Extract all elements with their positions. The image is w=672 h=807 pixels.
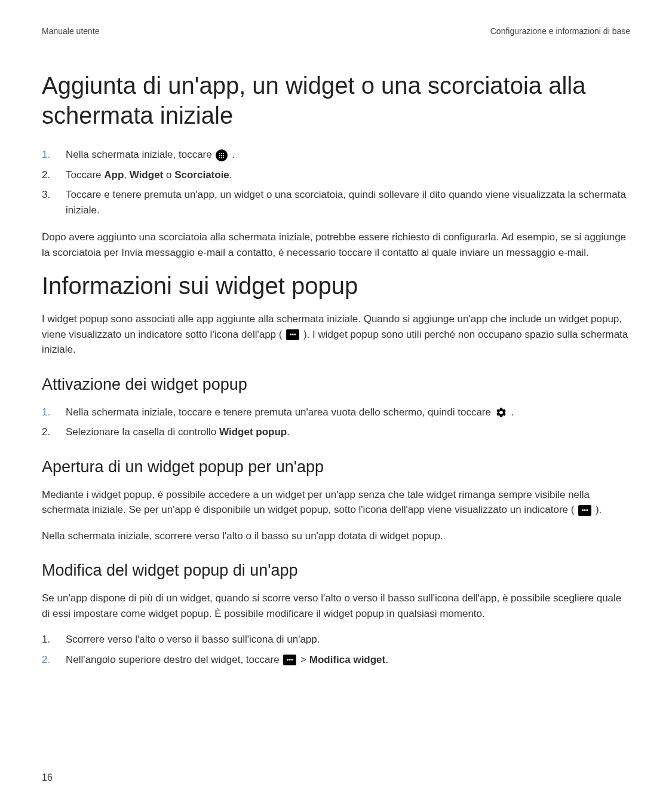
list-item: 1. Scorrere verso l'alto o verso il bass… [42,632,630,647]
sub3-p: Se un'app dispone di più di un widget, q… [42,591,630,621]
step-content: Toccare e tenere premuta un'app, un widg… [66,187,630,218]
step-content: Nella schermata iniziale, toccare e tene… [66,405,630,420]
more-dots-icon [578,505,591,516]
step-content: Nella schermata iniziale, toccare . [66,147,630,163]
page-number: 16 [42,772,53,783]
section2-intro: I widget popup sono associati alle app a… [42,311,630,357]
sub1-title: Attivazione dei widget popup [42,375,630,394]
apps-grid-icon [216,149,228,161]
gear-icon [495,406,507,418]
list-item: 2. Selezionare la casella di controllo W… [42,424,630,440]
header-right: Configurazione e informazioni di base [490,26,630,36]
sub3-title: Modifica del widget popup di un'app [42,561,630,580]
step-number: 2. [42,424,66,440]
step-number: 2. [42,167,66,183]
section1-title: Aggiunta di un'app, un widget o una scor… [42,71,630,130]
section2-title: Informazioni sui widget popup [42,271,630,301]
sub2-p2: Nella schermata iniziale, scorrere verso… [42,528,630,544]
step-number: 2. [42,652,66,668]
sub2-title: Apertura di un widget popup per un'app [42,458,630,476]
sub1-steps: 1. Nella schermata iniziale, toccare e t… [42,405,630,440]
sub2-p1: Mediante i widget popup, è possibile acc… [42,487,630,518]
step-number: 1. [42,147,66,163]
sub3-steps: 1. Scorrere verso l'alto o verso il bass… [42,632,630,667]
step-number: 1. [42,405,66,420]
list-item: 1. Nella schermata iniziale, toccare . [42,147,630,163]
more-dots-icon [286,329,299,340]
header-left: Manuale utente [42,26,100,36]
section1-steps: 1. Nella schermata iniziale, toccare . 2… [42,147,630,218]
step-content: Nell'angolo superiore destro del widget,… [66,652,630,668]
section1-paragraph: Dopo avere aggiunto una scorciatoia alla… [42,230,630,260]
more-dots-icon [283,655,296,665]
list-item: 1. Nella schermata iniziale, toccare e t… [42,405,630,420]
step-content: Toccare App, Widget o Scorciatoie. [66,167,630,183]
list-item: 2. Toccare App, Widget o Scorciatoie. [42,167,630,183]
step-content: Selezionare la casella di controllo Widg… [66,424,630,440]
list-item: 2. Nell'angolo superiore destro del widg… [42,652,630,668]
step-number: 3. [42,187,66,203]
list-item: 3. Toccare e tenere premuta un'app, un w… [42,187,630,218]
page-header: Manuale utente Configurazione e informaz… [42,26,630,36]
step-number: 1. [42,632,66,647]
step-content: Scorrere verso l'alto o verso il basso s… [66,632,630,647]
